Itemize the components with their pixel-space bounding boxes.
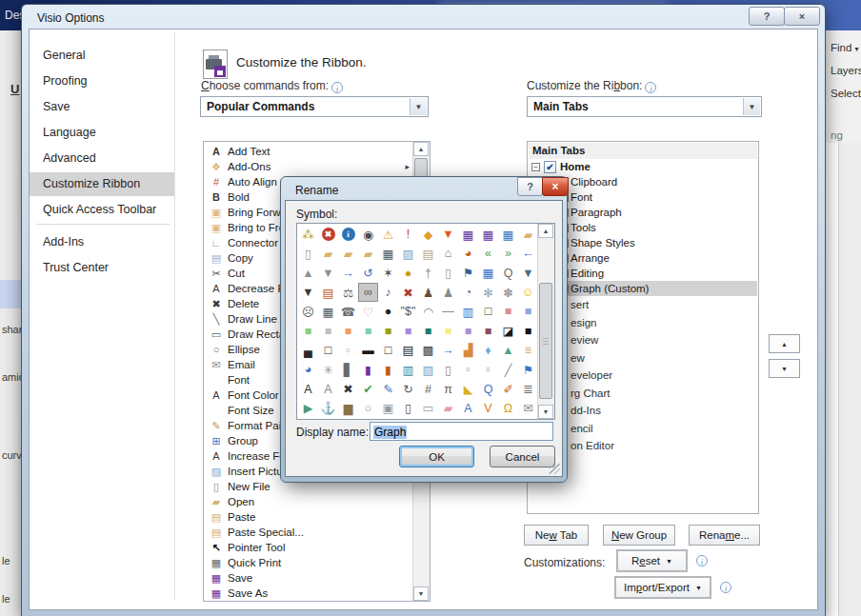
symbol-cell[interactable]: ◕ (298, 360, 318, 379)
symbol-cell[interactable]: ▦ (458, 225, 478, 244)
symbol-cell[interactable]: "$" (398, 302, 418, 321)
nav-item-add-ins[interactable]: Add-Ins (30, 230, 174, 254)
nav-item-save[interactable]: Save (30, 95, 174, 119)
command-item[interactable]: ▦Save As (205, 586, 412, 601)
symbol-cell[interactable]: ▰ (358, 244, 378, 263)
symbol-cell[interactable]: V (478, 399, 498, 418)
symbol-cell[interactable]: A (318, 379, 338, 398)
reset-button[interactable]: Reset ▼ (616, 549, 688, 572)
symbol-cell[interactable]: ■ (338, 321, 358, 340)
symbol-cell[interactable]: ♦ (478, 341, 498, 360)
symbol-cell[interactable]: ✖ (398, 283, 418, 302)
symbol-cell[interactable]: ♟ (418, 283, 438, 302)
symbol-cell[interactable]: ▤ (398, 341, 418, 360)
symbol-cell[interactable]: A (298, 379, 318, 398)
symbol-cell[interactable]: ■ (318, 321, 338, 340)
symbol-cell[interactable]: # (418, 379, 438, 398)
symbol-cell[interactable]: ⚠ (378, 225, 398, 244)
symbol-cell[interactable]: ╱ (498, 360, 518, 379)
symbol-cell[interactable]: Ω (498, 399, 518, 418)
symbol-cell[interactable]: » (498, 244, 518, 263)
symbol-cell[interactable]: ▯ (438, 264, 458, 283)
help-button[interactable]: ? (517, 177, 543, 196)
symbol-cell[interactable]: ≡ (518, 341, 538, 360)
symbol-cell[interactable]: ▆ (338, 399, 358, 418)
symbol-cell[interactable]: ▤ (418, 244, 438, 263)
import-export-button[interactable]: Import/Export ▼ (614, 576, 711, 599)
symbol-cell[interactable]: ◕ (458, 244, 478, 263)
symbol-cell[interactable]: ☎ (338, 302, 358, 321)
symbol-cell[interactable]: ▦ (378, 244, 398, 263)
dropdown-arrow-icon[interactable]: ▼ (743, 98, 760, 115)
symbol-cell[interactable]: ■ (478, 321, 498, 340)
symbol-cell[interactable]: ■ (518, 321, 538, 340)
symbol-cell[interactable]: → (438, 341, 458, 360)
command-item[interactable]: ↖Pointer Tool (205, 540, 412, 555)
symbol-cell[interactable]: ■ (358, 321, 378, 340)
symbol-cell[interactable]: ▰ (338, 244, 358, 263)
symbol-cell[interactable]: ♪ (378, 283, 398, 302)
symbol-cell[interactable]: ▯ (438, 360, 458, 379)
underline-button-fragment[interactable]: U (10, 82, 19, 96)
command-item[interactable]: ▤Paste Special... (205, 525, 412, 540)
symbol-cell[interactable]: → (338, 264, 358, 283)
symbol-cell[interactable]: ■ (378, 321, 398, 340)
symbol-cell[interactable]: ▤ (318, 283, 338, 302)
symbol-cell[interactable]: ▫ (458, 360, 478, 379)
symbol-cell[interactable]: ▰ (438, 399, 458, 418)
checkbox-checked-icon[interactable]: ✔ (544, 161, 556, 173)
symbol-cell[interactable]: ✔ (358, 379, 378, 398)
symbol-scrollbar[interactable]: ▲ ▼ (537, 224, 554, 419)
layers-menu-fragment[interactable]: Layers (831, 65, 861, 76)
symbol-cell[interactable]: ∞ (358, 283, 378, 302)
symbol-cell[interactable]: ♡ (358, 302, 378, 321)
nav-item-proofing[interactable]: Proofing (30, 70, 174, 93)
symbol-cell[interactable]: ■ (518, 302, 538, 321)
symbol-cell[interactable]: □ (378, 341, 398, 360)
command-item[interactable]: ▰Open (205, 494, 412, 509)
symbol-cell[interactable]: ▦ (478, 225, 498, 244)
command-item[interactable]: ▦Quick Print (205, 555, 412, 570)
symbol-cell[interactable]: ✽ (498, 283, 518, 302)
symbol-cell[interactable]: ▼ (518, 264, 538, 283)
symbol-cell[interactable]: ✉ (518, 399, 538, 418)
scroll-up-icon[interactable]: ▲ (538, 224, 553, 238)
symbol-cell[interactable]: ⌂ (438, 244, 458, 263)
symbol-cell[interactable]: ▼ (318, 264, 338, 283)
symbol-cell[interactable]: ✻ (478, 283, 498, 302)
symbol-cell[interactable]: ! (398, 225, 418, 244)
rename-button[interactable]: Rename... (689, 525, 760, 546)
symbol-cell[interactable]: ▼ (298, 283, 318, 302)
symbol-cell[interactable]: ◣ (458, 379, 478, 398)
symbol-cell[interactable]: ▫ (478, 360, 498, 379)
symbol-cell[interactable]: ○ (358, 399, 378, 418)
scroll-up-icon[interactable]: ▲ (413, 142, 429, 156)
symbol-cell[interactable]: ▲ (498, 341, 518, 360)
symbol-cell[interactable]: ⁂ (298, 225, 318, 244)
symbol-cell[interactable]: ■ (418, 321, 438, 340)
symbol-cell[interactable]: ▯ (398, 399, 418, 418)
symbol-cell[interactable]: Q (498, 264, 518, 283)
symbol-cell[interactable]: ▥ (458, 302, 478, 321)
symbol-cell[interactable]: ■ (298, 321, 318, 340)
symbol-cell[interactable]: ≣ (518, 379, 538, 398)
symbol-cell[interactable]: ✎ (378, 379, 398, 398)
symbol-cell[interactable]: ♟ (438, 283, 458, 302)
ok-button[interactable]: OK (399, 446, 474, 467)
command-item[interactable]: ▤Paste (205, 509, 412, 525)
symbol-cell[interactable]: ▲ (298, 264, 318, 283)
scroll-down-icon[interactable]: ▼ (413, 586, 429, 601)
nav-item-advanced[interactable]: Advanced (30, 147, 174, 170)
symbol-cell[interactable]: « (478, 244, 498, 263)
dropdown-arrow-icon[interactable]: ▼ (410, 98, 427, 115)
symbol-cell[interactable]: π (438, 379, 458, 398)
symbol-cell[interactable]: ▦ (318, 302, 338, 321)
symbol-cell[interactable]: ▟ (458, 341, 478, 360)
symbol-cell[interactable]: — (438, 302, 458, 321)
symbol-cell[interactable]: ■ (438, 321, 458, 340)
symbol-cell[interactable]: ▫ (338, 341, 358, 360)
symbol-cell[interactable]: □ (478, 302, 498, 321)
nav-item-language[interactable]: Language (30, 121, 174, 145)
nav-item-trust-center[interactable]: Trust Center (30, 256, 174, 280)
symbol-cell[interactable]: ▨ (418, 360, 438, 379)
